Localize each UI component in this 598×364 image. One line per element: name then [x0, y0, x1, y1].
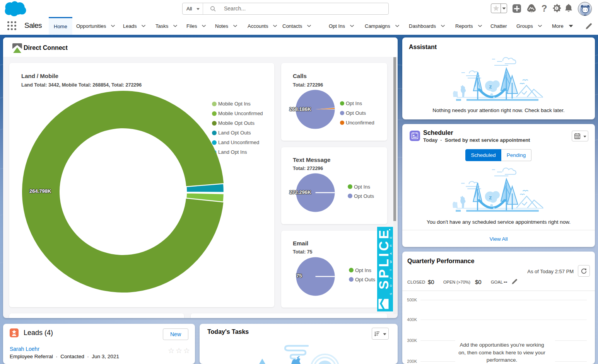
- svg-text:z: z: [489, 83, 492, 90]
- svg-text:?: ?: [542, 3, 547, 14]
- svg-text:SOFTWARE: SOFTWARE: [389, 231, 393, 295]
